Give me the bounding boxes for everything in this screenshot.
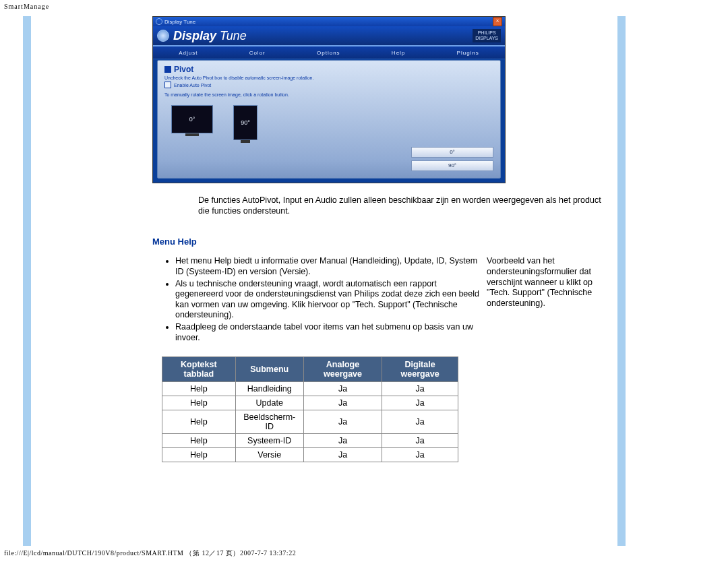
rotate-90-button[interactable]: 90° xyxy=(411,160,493,171)
close-icon[interactable]: × xyxy=(493,17,502,26)
list-item: Raadpleeg de onderstaande tabel voor ite… xyxy=(175,322,480,343)
tab-strip: Adjust Color Options Help Plugins xyxy=(153,46,505,59)
table-row: Help Systeem-ID Ja Ja xyxy=(162,434,458,448)
col-header-analog: Analoge weergave xyxy=(303,357,382,382)
side-column-note: Voorbeeld van het ondersteuningsformulie… xyxy=(487,256,609,344)
brand-label: Display Tune xyxy=(173,29,247,43)
list-item: Als u technische ondersteuning vraagt, w… xyxy=(175,279,480,321)
display-tune-screenshot: Display Tune × Display Tune PHILIPSDISPL… xyxy=(152,16,506,183)
brand-bar: Display Tune PHILIPSDISPLAYS xyxy=(153,26,505,46)
panel-title: Pivot xyxy=(164,65,493,74)
model-badge: PHILIPSDISPLAYS xyxy=(473,29,501,42)
table-row: Help Beeldscherm-ID Ja Ja xyxy=(162,410,458,434)
right-decoration-strip xyxy=(617,16,626,546)
panel-subtitle: Uncheck the Auto Pivot box to disable au… xyxy=(164,75,493,80)
gear-icon xyxy=(156,18,162,25)
table-row: Help Handleiding Ja Ja xyxy=(162,382,458,396)
help-bullet-list: Het menu Help biedt u informatie over Ma… xyxy=(152,256,480,344)
tab-plugins[interactable]: Plugins xyxy=(457,50,479,56)
table-row: Help Versie Ja Ja xyxy=(162,448,458,462)
window-titlebar: Display Tune × xyxy=(153,17,505,26)
tab-help[interactable]: Help xyxy=(392,50,405,56)
col-header-digital: Digitale weergave xyxy=(382,357,458,382)
tab-color[interactable]: Color xyxy=(249,50,266,56)
rotate-0-button[interactable]: 0° xyxy=(411,147,493,158)
left-decoration-strip xyxy=(23,16,31,546)
tune-icon xyxy=(157,30,169,42)
col-header-tab: Koptekst tabblad xyxy=(162,357,236,382)
monitor-portrait[interactable]: 90° xyxy=(233,105,257,140)
autopivot-note: De functies AutoPivot, Input en Audio zu… xyxy=(198,195,612,216)
page-footer-path: file:///E|/lcd/manual/DUTCH/190V8/produc… xyxy=(4,549,296,558)
checkbox-icon xyxy=(164,82,171,88)
enable-autopivot-checkbox[interactable]: Enable Auto Pivot xyxy=(164,82,493,88)
window-title: Display Tune xyxy=(164,19,195,25)
page-header-title: SmartManage xyxy=(4,3,49,10)
section-title-menu-help: Menu Help xyxy=(152,237,617,247)
panel-note: To manually rotate the screen image, cli… xyxy=(158,90,500,100)
tab-options[interactable]: Options xyxy=(317,50,340,56)
list-item: Het menu Help biedt u informatie over Ma… xyxy=(175,256,480,277)
pivot-panel: Pivot Uncheck the Auto Pivot box to disa… xyxy=(157,60,501,179)
col-header-submenu: Submenu xyxy=(235,357,303,382)
help-submenu-table: Koptekst tabblad Submenu Analoge weergav… xyxy=(162,356,458,462)
main-content: Display Tune × Display Tune PHILIPSDISPL… xyxy=(152,16,617,462)
table-row: Help Update Ja Ja xyxy=(162,396,458,410)
tab-adjust[interactable]: Adjust xyxy=(179,50,198,56)
monitor-landscape[interactable]: 0° xyxy=(171,105,213,140)
pivot-icon xyxy=(164,66,171,73)
